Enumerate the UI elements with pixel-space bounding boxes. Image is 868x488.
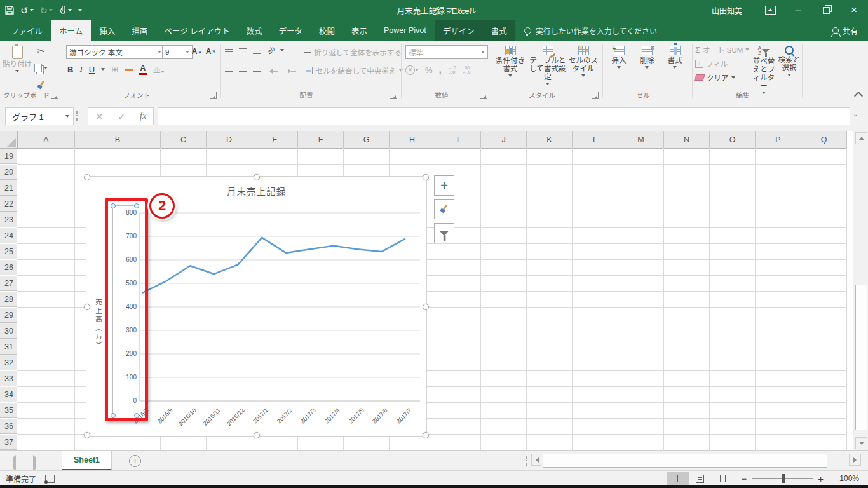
column-header-K[interactable]: K xyxy=(527,131,573,149)
column-header-F[interactable]: F xyxy=(298,131,344,149)
cut-button[interactable]: ✂ xyxy=(34,44,48,57)
tab-file[interactable]: ファイル xyxy=(3,20,51,41)
align-right-icon[interactable] xyxy=(253,69,261,74)
sort-filter-button[interactable]: AZ 並べ替えとフィルター xyxy=(750,42,778,94)
fill-button[interactable]: ↓フィル xyxy=(695,58,749,69)
autosum-button[interactable]: Σオート SUM xyxy=(695,44,749,55)
row-header-30[interactable]: 30 xyxy=(0,323,17,339)
row-header-27[interactable]: 27 xyxy=(0,276,17,291)
chart-styles-button[interactable] xyxy=(434,199,454,219)
touch-mode-button[interactable] xyxy=(59,6,72,15)
row-header-29[interactable]: 29 xyxy=(0,308,17,323)
sheet-nav-left-icon[interactable] xyxy=(13,458,16,469)
vertical-scrollbar[interactable] xyxy=(853,131,868,450)
underline-caret-icon[interactable] xyxy=(101,68,105,71)
tell-me-box[interactable]: 実行したい作業を入力してください xyxy=(524,20,657,41)
name-box-caret-icon[interactable] xyxy=(65,115,69,118)
decrease-decimal-button[interactable]: .00←.0 xyxy=(463,65,471,74)
tab-draw[interactable]: 描画 xyxy=(123,20,156,41)
name-box[interactable]: グラフ 1 xyxy=(5,107,74,125)
sheet-nav-right-icon[interactable] xyxy=(33,458,36,469)
chart-handle-icon[interactable] xyxy=(84,432,90,438)
grow-font-button[interactable]: A▲ xyxy=(191,45,203,58)
font-size-select[interactable]: 9 xyxy=(162,45,193,59)
conditional-formatting-button[interactable]: 条件付き書式 xyxy=(492,42,528,77)
redo-button[interactable]: ↻ xyxy=(40,6,53,15)
y-axis-title[interactable]: 売上高（万） xyxy=(94,299,104,350)
enter-entry-button[interactable]: ✓ xyxy=(118,111,126,123)
sheet-tab-sheet1[interactable]: Sheet1 xyxy=(62,451,112,470)
decrease-indent-button[interactable] xyxy=(267,65,280,78)
chart-handle-icon[interactable] xyxy=(254,432,260,438)
bold-button[interactable]: B xyxy=(67,65,73,74)
chart-handle-icon[interactable] xyxy=(423,174,429,180)
styles-dialog-launcher[interactable] xyxy=(592,92,599,99)
tab-view[interactable]: 表示 xyxy=(343,20,376,41)
row-header-19[interactable]: 19 xyxy=(0,149,17,164)
minimize-button[interactable]: ─ xyxy=(784,0,812,20)
paste-button[interactable]: 貼り付け xyxy=(3,42,32,72)
format-as-table-button[interactable]: テーブルとして書式設定 xyxy=(528,42,567,85)
tab-scrollbar-divider[interactable] xyxy=(526,456,527,466)
tab-review[interactable]: 校閲 xyxy=(311,20,343,41)
column-header-D[interactable]: D xyxy=(207,131,252,149)
tab-chart-design[interactable]: デザイン xyxy=(435,20,483,41)
scroll-down-button[interactable] xyxy=(855,437,867,449)
tab-formulas[interactable]: 数式 xyxy=(238,20,270,41)
row-header-26[interactable]: 26 xyxy=(0,260,17,275)
insert-function-button[interactable]: fx xyxy=(140,111,146,121)
chart-handle-icon[interactable] xyxy=(84,174,90,180)
column-header-G[interactable]: G xyxy=(344,131,390,149)
select-all-corner[interactable] xyxy=(0,131,18,149)
column-header-Q[interactable]: Q xyxy=(801,131,847,149)
comma-style-button[interactable]: , xyxy=(439,64,442,76)
row-header-31[interactable]: 31 xyxy=(0,339,17,355)
tab-home[interactable]: ホーム xyxy=(51,20,91,41)
fill-color-button[interactable] xyxy=(125,68,133,71)
hscroll-right-button[interactable] xyxy=(849,454,861,466)
orientation-button[interactable]: ab xyxy=(266,44,276,55)
percent-style-button[interactable]: % xyxy=(425,65,433,75)
chart-handle-icon[interactable] xyxy=(423,432,429,438)
row-header-37[interactable]: 37 xyxy=(0,435,17,450)
chart-handle-icon[interactable] xyxy=(84,304,90,310)
row-header-22[interactable]: 22 xyxy=(0,196,17,212)
phonetic-button[interactable]: 亜 xyxy=(153,64,165,75)
font-dialog-launcher[interactable] xyxy=(210,92,217,99)
underline-button[interactable]: U xyxy=(89,65,95,74)
tab-data[interactable]: データ xyxy=(270,20,311,41)
collapse-ribbon-button[interactable] xyxy=(854,92,863,100)
chart-filters-button[interactable] xyxy=(434,223,454,243)
tab-page-layout[interactable]: ページ レイアウト xyxy=(156,20,238,41)
orientation-caret-icon[interactable] xyxy=(280,49,284,51)
tab-chart-format[interactable]: 書式 xyxy=(483,20,515,41)
scroll-up-button[interactable] xyxy=(855,132,867,144)
font-name-select[interactable]: 游ゴシック 本文 xyxy=(66,45,165,59)
column-header-O[interactable]: O xyxy=(710,131,756,149)
cancel-entry-button[interactable]: ✕ xyxy=(95,111,104,123)
column-header-M[interactable]: M xyxy=(618,131,664,149)
formula-input[interactable] xyxy=(158,107,850,125)
page-break-view-button[interactable] xyxy=(710,472,732,485)
increase-indent-button[interactable] xyxy=(285,65,298,78)
column-header-E[interactable]: E xyxy=(252,131,298,149)
format-cells-button[interactable]: 書式 xyxy=(661,42,688,69)
row-header-35[interactable]: 35 xyxy=(0,403,17,418)
number-dialog-launcher[interactable] xyxy=(480,92,487,99)
find-select-button[interactable]: 検索と選択 xyxy=(778,42,801,76)
column-header-P[interactable]: P xyxy=(756,131,801,149)
formula-bar-expand-icon[interactable]: ⌄ xyxy=(853,110,858,118)
chart[interactable]: 月末売上記録 0100200300400500600700800 2016/82… xyxy=(86,176,427,437)
align-bottom-icon[interactable] xyxy=(253,51,261,54)
format-painter-button[interactable] xyxy=(34,79,48,92)
zoom-slider[interactable] xyxy=(752,478,813,479)
column-header-J[interactable]: J xyxy=(481,131,527,149)
align-top-icon[interactable] xyxy=(225,49,233,52)
column-header-B[interactable]: B xyxy=(75,131,161,149)
increase-decimal-button[interactable]: ←.0.00 xyxy=(448,65,456,74)
vertical-scroll-thumb[interactable] xyxy=(855,285,867,430)
column-header-H[interactable]: H xyxy=(390,131,435,149)
font-color-button[interactable]: A xyxy=(139,64,147,75)
clear-button[interactable]: クリア xyxy=(695,72,749,83)
user-name[interactable]: 山田知美 xyxy=(712,5,742,16)
